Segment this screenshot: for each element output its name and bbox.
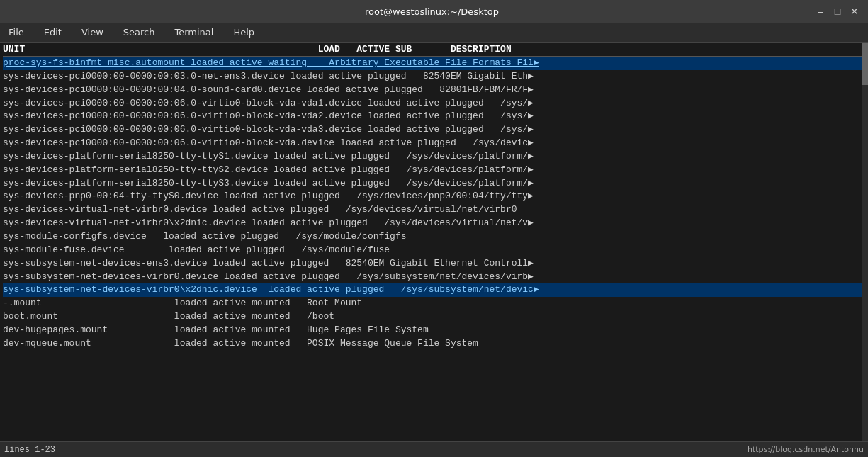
table-row: sys-devices-pci0000:00-0000:00:06.0-virt… [3,110,865,123]
menu-bar: File Edit View Search Terminal Help [0,23,868,43]
systemd-units-list: proc-sys-fs-binfmt_misc.automount loaded… [3,57,865,351]
table-row: sys-devices-pci0000:00-0000:00:03.0-net-… [3,70,865,84]
window-controls: – □ ✕ [814,6,861,17]
table-row: sys-devices-pci0000:00-0000:00:04.0-soun… [3,84,865,97]
menu-view[interactable]: View [77,26,108,39]
table-row: dev-mqueue.mount loaded active mounted P… [3,337,865,351]
table-row: sys-devices-virtual-net-virbr0.device lo… [3,203,865,217]
table-row: sys-subsystem-net-devices-virbr0\x2dnic.… [3,283,865,297]
terminal-text-area: UNIT LOAD ACTIVE SUB DESCRIPTION proc-sy… [0,43,868,352]
vertical-scrollbar[interactable] [862,43,868,441]
maximize-button[interactable]: □ [831,6,844,17]
table-row: sys-module-configfs.device loaded active… [3,230,865,244]
scrollbar-thumb[interactable] [862,43,868,85]
table-row: sys-devices-virtual-net-virbr0\x2dnic.de… [3,217,865,230]
menu-file[interactable]: File [4,26,28,39]
terminal-output[interactable]: UNIT LOAD ACTIVE SUB DESCRIPTION proc-sy… [0,43,868,441]
title-bar: root@westoslinux:~/Desktop – □ ✕ [0,0,868,23]
table-row: sys-devices-pnp0-00:04-tty-ttyS0.device … [3,190,865,203]
window-title: root@westoslinux:~/Desktop [50,6,814,17]
menu-help[interactable]: Help [229,26,259,39]
table-row: dev-hugepages.mount loaded active mounte… [3,324,865,337]
table-row: -.mount loaded active mounted Root Mount [3,297,865,310]
menu-search[interactable]: Search [119,26,159,39]
close-button[interactable]: ✕ [848,6,861,17]
table-row: proc-sys-fs-binfmt_misc.automount loaded… [3,57,865,70]
table-row: boot.mount loaded active mounted /boot [3,310,865,324]
column-header: UNIT LOAD ACTIVE SUB DESCRIPTION [3,44,865,57]
table-row: sys-devices-pci0000:00-0000:00:06.0-virt… [3,137,865,150]
table-row: sys-devices-platform-serial8250-tty-ttyS… [3,164,865,177]
table-row: sys-subsystem-net-devices-virbr0.device … [3,271,865,284]
terminal-window: root@westoslinux:~/Desktop – □ ✕ File Ed… [0,0,868,457]
table-row: sys-devices-platform-serial8250-tty-ttyS… [3,150,865,164]
menu-edit[interactable]: Edit [40,26,66,39]
menu-terminal[interactable]: Terminal [170,26,218,39]
status-bar: lines 1-23 https://blog.csdn.net/Antonhu [0,441,868,457]
table-row: sys-devices-pci0000:00-0000:00:06.0-virt… [3,97,865,111]
table-row: sys-module-fuse.device loaded active plu… [3,244,865,257]
line-count: lines 1-23 [4,445,55,455]
source-url: https://blog.csdn.net/Antonhu [748,445,864,454]
table-row: sys-subsystem-net-devices-ens3.device lo… [3,257,865,271]
minimize-button[interactable]: – [814,6,827,17]
table-row: sys-devices-platform-serial8250-tty-ttyS… [3,177,865,191]
table-row: sys-devices-pci0000:00-0000:00:06.0-virt… [3,123,865,137]
